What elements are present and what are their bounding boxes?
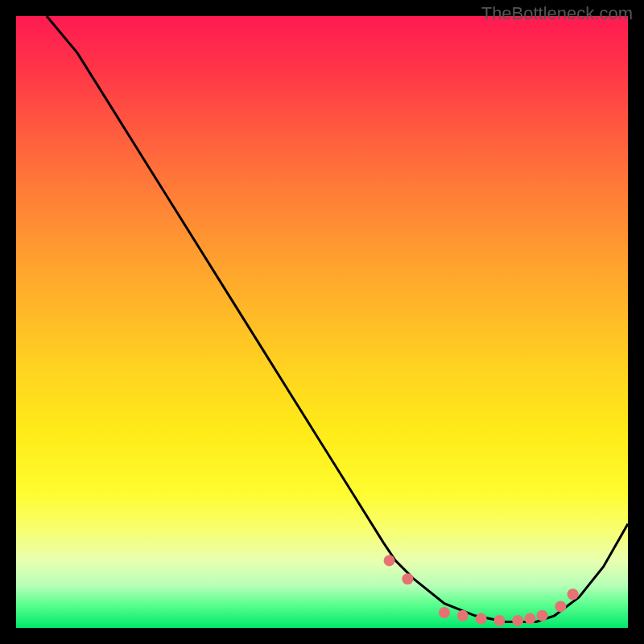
marker-dot [493, 615, 505, 626]
marker-dot [402, 573, 413, 584]
marker-dots [384, 555, 579, 626]
plot-area [16, 16, 628, 628]
marker-dot [476, 613, 487, 625]
marker-dot [439, 607, 450, 618]
marker-dot [512, 615, 523, 626]
marker-dot [524, 613, 535, 625]
chart-svg [16, 16, 628, 628]
marker-dot [568, 588, 579, 600]
marker-dot [384, 555, 395, 566]
marker-dot [537, 610, 548, 621]
marker-dot [457, 610, 469, 621]
curve-line [47, 16, 628, 621]
marker-dot [555, 601, 566, 612]
watermark-text: TheBottleneck.com [481, 3, 633, 24]
